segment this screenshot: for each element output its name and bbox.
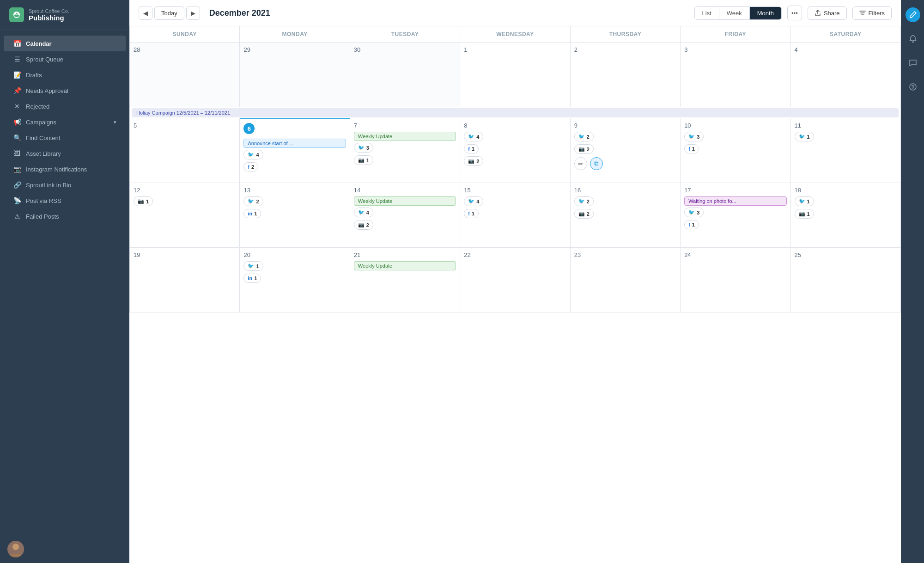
sidebar-item-rejected[interactable]: ✕ Rejected [4, 98, 126, 114]
facebook-icon: f [248, 164, 249, 170]
filters-button[interactable]: Filters [852, 6, 892, 20]
day-cell-dec10: 10 🐦3 f1 [681, 118, 790, 183]
twitter-pill[interactable]: 🐦2 [243, 196, 263, 206]
twitter-pill[interactable]: 🐦3 [354, 143, 373, 153]
twitter-pill[interactable]: 🐦1 [795, 132, 814, 141]
pills-row: 🐦3 [684, 132, 786, 143]
facebook-pill[interactable]: f1 [684, 144, 699, 153]
edit-action-button[interactable]: ✏ [574, 157, 587, 170]
sidebar-item-calendar[interactable]: 📅 Calendar [4, 36, 126, 51]
day-cell-dec14: 14 Weekly Update 🐦4 📷2 [350, 183, 460, 248]
event-weekly-update-7[interactable]: Weekly Update [354, 132, 456, 141]
svg-point-2 [910, 84, 916, 90]
twitter-pill[interactable]: 🐦4 [464, 132, 483, 141]
help-button[interactable] [906, 80, 920, 94]
twitter-icon: 🐦 [578, 198, 585, 204]
toolbar: ◀ Today ▶ December 2021 List Week Month … [129, 0, 901, 26]
instagram-pill[interactable]: 📷1 [134, 196, 153, 206]
twitter-icon: 🐦 [248, 263, 254, 269]
twitter-pill[interactable]: 🐦3 [684, 132, 704, 141]
twitter-pill[interactable]: 🐦2 [574, 196, 594, 206]
event-weekly-update-21[interactable]: Weekly Update [354, 261, 456, 270]
next-button[interactable]: ▶ [186, 6, 200, 20]
day-number: 15 [464, 187, 566, 194]
facebook-pill[interactable]: f2 [243, 162, 258, 171]
sidebar-item-post-via-rss[interactable]: 📡 Post via RSS [4, 193, 126, 208]
pills-row-2: 📷1 [795, 209, 897, 220]
campaign-banner[interactable]: Holiay Campaign 12/5/2021 – 12/11/2021 [132, 108, 899, 117]
facebook-icon: f [468, 146, 470, 152]
day-cell-dec15: 15 🐦4 f1 [460, 183, 570, 248]
twitter-pill[interactable]: 🐦4 [464, 196, 483, 206]
linkedin-pill[interactable]: in1 [243, 274, 261, 283]
day-cell-dec11: 11 🐦1 [791, 118, 901, 183]
sidebar-item-sprout-queue[interactable]: ☰ Sprout Queue [4, 51, 126, 67]
pills-row-2: 📷1 [354, 155, 456, 166]
linkedin-pill[interactable]: in1 [243, 209, 261, 218]
copy-action-button[interactable]: ⧉ [590, 157, 603, 170]
twitter-pill[interactable]: 🐦2 [574, 132, 594, 141]
right-icon-bar [901, 0, 924, 563]
app-name: Publishing [29, 14, 69, 22]
day-cell-dec22: 22 [460, 248, 570, 312]
twitter-pill[interactable]: 🐦3 [684, 208, 704, 217]
twitter-pill[interactable]: 🐦4 [354, 208, 373, 217]
twitter-pill[interactable]: 🐦1 [795, 196, 814, 206]
sidebar-item-needs-approval[interactable]: 📌 Needs Approval [4, 83, 126, 98]
instagram-icon: 📷 [578, 211, 585, 217]
pills-row: 🐦1 [243, 261, 346, 272]
pills-row: 📷1 [134, 196, 236, 208]
instagram-icon: 📷 [138, 198, 144, 204]
sidebar-item-find-content[interactable]: 🔍 Find Content [4, 130, 126, 146]
sidebar-item-drafts[interactable]: 📝 Drafts [4, 67, 126, 83]
instagram-icon: 📷 [578, 146, 585, 152]
instagram-pill[interactable]: 📷2 [574, 144, 594, 154]
event-waiting-photo[interactable]: Waiting on photo fo... [684, 196, 786, 206]
twitter-icon: 🐦 [799, 198, 805, 204]
sidebar-item-label: SproutLink in Bio [26, 182, 71, 189]
week-view-button[interactable]: Week [719, 7, 750, 19]
day-number: 14 [354, 187, 456, 194]
compose-button[interactable] [906, 7, 920, 22]
facebook-pill[interactable]: f1 [464, 209, 479, 218]
list-view-button[interactable]: List [695, 7, 719, 19]
more-button[interactable]: ••• [787, 6, 802, 20]
sidebar-item-campaigns[interactable]: 📢 Campaigns ▾ [4, 114, 126, 130]
instagram-pill[interactable]: 📷2 [354, 220, 373, 230]
month-view-button[interactable]: Month [750, 7, 781, 19]
day-cell-dec7: 7 Weekly Update 🐦3 📷1 [350, 118, 460, 183]
instagram-pill[interactable]: 📷1 [795, 209, 814, 219]
notifications-button[interactable] [906, 31, 920, 46]
sidebar-item-failed-posts[interactable]: ⚠ Failed Posts [4, 208, 126, 224]
twitter-pill[interactable]: 🐦4 [243, 150, 263, 159]
queue-icon: ☰ [13, 55, 21, 63]
day-number: 17 [684, 187, 786, 194]
instagram-pill[interactable]: 📷2 [574, 209, 594, 219]
instagram-pill[interactable]: 📷1 [354, 155, 373, 165]
sidebar-item-sproutlink[interactable]: 🔗 SproutLink in Bio [4, 177, 126, 193]
facebook-pill[interactable]: f1 [684, 220, 699, 229]
day-number: 4 [795, 46, 897, 53]
day-number: 28 [134, 46, 236, 53]
avatar[interactable] [7, 541, 24, 557]
day-header-tuesday: Tuesday [350, 26, 460, 43]
sidebar-item-label: Calendar [26, 40, 52, 47]
day-number: 24 [684, 251, 786, 258]
messages-button[interactable] [906, 55, 920, 70]
instagram-pill[interactable]: 📷2 [464, 156, 483, 166]
day-cell-nov30: 30 [350, 43, 460, 107]
twitter-icon: 🐦 [799, 134, 805, 140]
prev-button[interactable]: ◀ [139, 6, 152, 20]
today-button[interactable]: Today [154, 6, 184, 20]
sidebar-item-asset-library[interactable]: 🖼 Asset Library [4, 146, 126, 161]
day-cell-dec19: 19 [130, 248, 240, 312]
calendar-container: Sunday Monday Tuesday Wednesday Thursday… [129, 26, 901, 563]
twitter-pill[interactable]: 🐦1 [243, 261, 263, 271]
event-weekly-update-14[interactable]: Weekly Update [354, 196, 456, 206]
facebook-pill[interactable]: f1 [464, 144, 479, 153]
day-cell-dec25: 25 [791, 248, 901, 312]
facebook-icon: f [468, 211, 470, 216]
sidebar-item-instagram-notifications[interactable]: 📷 Instagram Notifications [4, 161, 126, 177]
event-announce[interactable]: Announce start of ... [243, 139, 346, 148]
share-button[interactable]: Share [808, 6, 847, 20]
